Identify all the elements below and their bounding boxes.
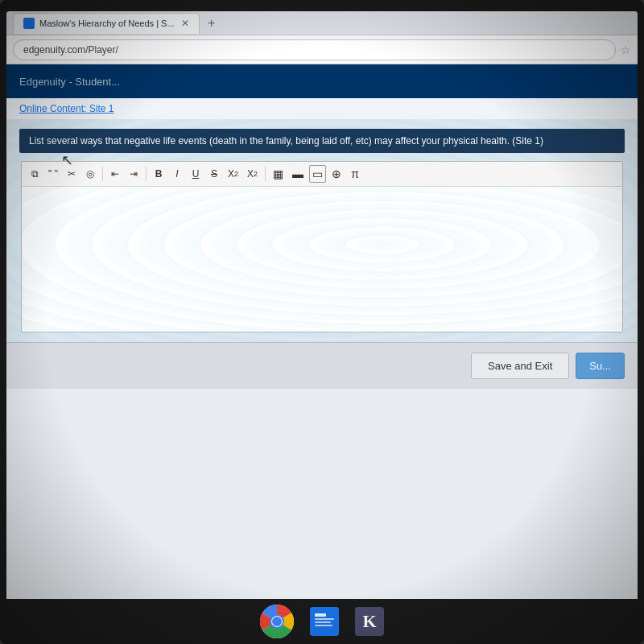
address-bar-row: edgenuity.com/Player/ ☆ xyxy=(6,35,638,64)
files-icon[interactable] xyxy=(310,607,339,636)
special-button[interactable]: ◎ xyxy=(82,165,98,183)
underline-button[interactable]: U xyxy=(188,165,204,183)
editor-toolbar: ⧉ " " ✂ ◎ ⇤ ⇥ B I U S X2 X2 xyxy=(22,162,622,187)
new-tab-button[interactable]: + xyxy=(201,13,222,34)
breadcrumb: Online Content: Site 1 xyxy=(6,98,638,119)
toolbar-divider-2 xyxy=(146,167,147,181)
edgenuity-brand: Edgenuity - Student... xyxy=(19,76,120,88)
tab-title: Maslow's Hierarchy of Needs | S... xyxy=(39,19,175,28)
taskbar: K xyxy=(0,599,644,644)
breadcrumb-link[interactable]: Online Content: Site 1 xyxy=(19,103,114,114)
question-text: List several ways that negative life eve… xyxy=(19,129,625,153)
page-content: Edgenuity - Student... ↖ Online Content:… xyxy=(6,64,638,607)
bookmark-icon[interactable]: ☆ xyxy=(621,43,631,56)
quote-button[interactable]: " " xyxy=(45,165,61,183)
toolbar-divider-1 xyxy=(102,167,103,181)
address-bar[interactable]: edgenuity.com/Player/ xyxy=(13,39,616,60)
edgenuity-header: Edgenuity - Student... xyxy=(6,64,638,98)
subscript-button[interactable]: X2 xyxy=(225,165,242,183)
svg-rect-9 xyxy=(315,625,332,626)
bold-button[interactable]: B xyxy=(151,165,167,183)
content-area: List several ways that negative life eve… xyxy=(6,119,638,342)
active-tab[interactable]: Maslow's Hierarchy of Needs | S... ✕ xyxy=(13,13,200,34)
table-button[interactable]: ▦ xyxy=(270,165,287,183)
toolbar-divider-3 xyxy=(265,167,266,181)
box-button[interactable]: ▭ xyxy=(309,165,326,183)
question-label: List several ways that negative life eve… xyxy=(29,135,543,147)
strikethrough-button[interactable]: S xyxy=(206,165,222,183)
k-label: K xyxy=(362,611,376,632)
tab-favicon xyxy=(23,18,35,29)
text-editor: ⧉ " " ✂ ◎ ⇤ ⇥ B I U S X2 X2 xyxy=(21,161,623,332)
browser-title-bar: Maslow's Hierarchy of Needs | S... ✕ + xyxy=(6,11,638,35)
hrule-button[interactable]: ▬ xyxy=(289,165,307,183)
indent-right-button[interactable]: ⇥ xyxy=(126,165,142,183)
chrome-icon[interactable] xyxy=(260,605,294,638)
link-button[interactable]: ⊕ xyxy=(328,165,345,183)
svg-rect-7 xyxy=(315,618,334,620)
bottom-action-bar: Save and Exit Su... xyxy=(6,342,638,389)
copy-button[interactable]: ⧉ xyxy=(27,165,43,183)
tab-close-icon[interactable]: ✕ xyxy=(181,18,189,29)
superscript-button[interactable]: X2 xyxy=(244,165,261,183)
save-and-exit-button[interactable]: Save and Exit xyxy=(471,353,569,379)
submit-button[interactable]: Su... xyxy=(576,353,625,379)
address-text: edgenuity.com/Player/ xyxy=(23,44,118,56)
italic-button[interactable]: I xyxy=(169,165,185,183)
pi-button[interactable]: π xyxy=(347,165,363,183)
keyboard-icon[interactable]: K xyxy=(355,607,384,636)
indent-left-button[interactable]: ⇤ xyxy=(107,165,123,183)
editor-body[interactable] xyxy=(22,187,622,332)
svg-rect-8 xyxy=(315,621,331,623)
svg-point-4 xyxy=(272,617,282,626)
cut-button[interactable]: ✂ xyxy=(64,165,80,183)
svg-rect-6 xyxy=(315,613,326,617)
